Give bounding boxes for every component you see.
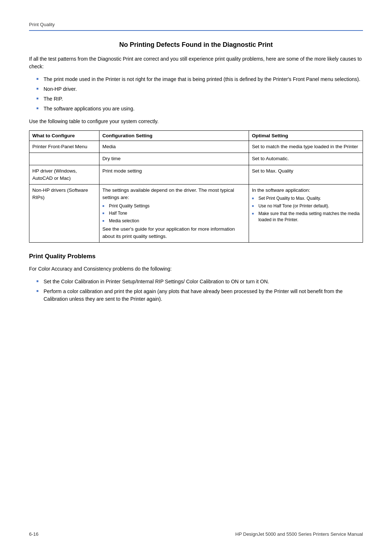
optimal-intro-text: In the software application: xyxy=(252,187,310,193)
cell-config-complex: The settings available depend on the dri… xyxy=(99,185,249,243)
cell-what: HP driver (Windows, AutoCAD or Mac) xyxy=(29,165,99,185)
sub-list-item: Media selection xyxy=(102,218,246,224)
table-row: Printer Front-Panel Menu Media Set to ma… xyxy=(29,141,363,153)
col-header-what: What to Configure xyxy=(29,131,99,141)
page-footer: 6-16 HP DesignJet 5000 and 5500 Series P… xyxy=(29,531,363,537)
list-item: The software applications you are using. xyxy=(36,105,363,113)
sub-list-item: Print Quality Settings xyxy=(102,203,246,209)
sub-list-item: Half Tone xyxy=(102,210,246,216)
cell-optimal: Set to Automatic. xyxy=(249,153,363,165)
config-intro-text: The settings available depend on the dri… xyxy=(102,187,234,200)
cell-what: Printer Front-Panel Menu xyxy=(29,141,99,153)
footer-page-number: 6-16 xyxy=(29,531,38,537)
sub-list-item: Make sure that the media setting matches… xyxy=(252,211,360,223)
section2-list: Set the Color Calibration in Printer Set… xyxy=(36,278,363,303)
cell-optimal-complex: In the software application: Set Print Q… xyxy=(249,185,363,243)
list-item: Perform a color calibration and print th… xyxy=(36,288,363,303)
list-item: The print mode used in the Printer is no… xyxy=(36,76,363,83)
footer-title: HP DesignJet 5000 and 5500 Series Printe… xyxy=(235,531,363,537)
config-outro-text: See the user's guide for your applicatio… xyxy=(102,226,235,239)
cell-config: Media xyxy=(99,141,249,153)
table-intro: Use the following table to configure you… xyxy=(29,118,363,125)
cell-what xyxy=(29,153,99,165)
sub-list-item: Use no Half Tone (or Printer default). xyxy=(252,203,360,209)
config-table: What to Configure Configuration Setting … xyxy=(29,130,363,243)
header-rule xyxy=(29,30,363,31)
table-row: HP driver (Windows, AutoCAD or Mac) Prin… xyxy=(29,165,363,185)
cell-config: Dry time xyxy=(99,153,249,165)
section2-intro: For Color Accuracy and Consistency probl… xyxy=(29,265,363,273)
config-sub-list: Print Quality Settings Half Tone Media s… xyxy=(102,203,246,224)
cell-config: Print mode setting xyxy=(99,165,249,185)
col-header-config: Configuration Setting xyxy=(99,131,249,141)
section2-title: Print Quality Problems xyxy=(29,253,363,260)
cell-optimal: Set to Max. Quality xyxy=(249,165,363,185)
main-title: No Printing Defects Found in the Diagnos… xyxy=(29,41,363,49)
header-label: Print Quality xyxy=(29,22,55,27)
table-row: Dry time Set to Automatic. xyxy=(29,153,363,165)
cell-what: Non-HP drivers (Software RIPs) xyxy=(29,185,99,243)
table-row: Non-HP drivers (Software RIPs) The setti… xyxy=(29,185,363,243)
list-item: Set the Color Calibration in Printer Set… xyxy=(36,278,363,285)
page-header: Print Quality xyxy=(29,22,363,27)
causes-list: The print mode used in the Printer is no… xyxy=(36,76,363,113)
list-item: Non-HP driver. xyxy=(36,85,363,93)
col-header-optimal: Optimal Setting xyxy=(249,131,363,141)
cell-optimal: Set to match the media type loaded in th… xyxy=(249,141,363,153)
intro-text: If all the test patterns from the Diagno… xyxy=(29,55,363,70)
sub-list-item: Set Print Quality to Max. Quality. xyxy=(252,195,360,202)
list-item: The RIP. xyxy=(36,95,363,103)
optimal-sub-list: Set Print Quality to Max. Quality. Use n… xyxy=(252,195,360,223)
